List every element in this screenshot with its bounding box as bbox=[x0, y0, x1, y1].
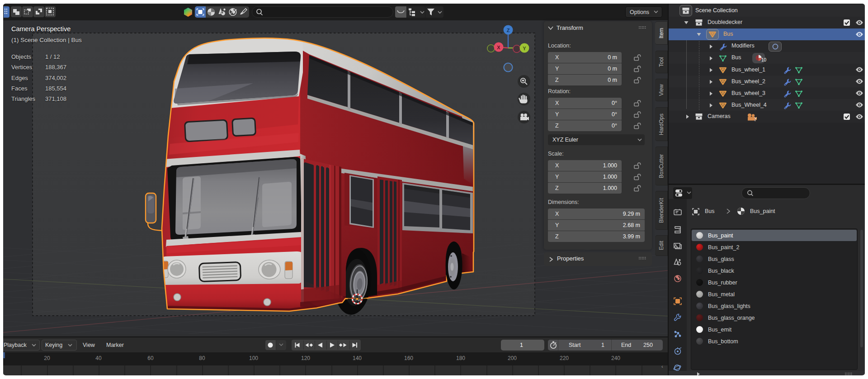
svg-text:Z: Z bbox=[507, 28, 510, 33]
svg-text:X: X bbox=[497, 45, 500, 50]
svg-text:Y: Y bbox=[523, 46, 526, 51]
